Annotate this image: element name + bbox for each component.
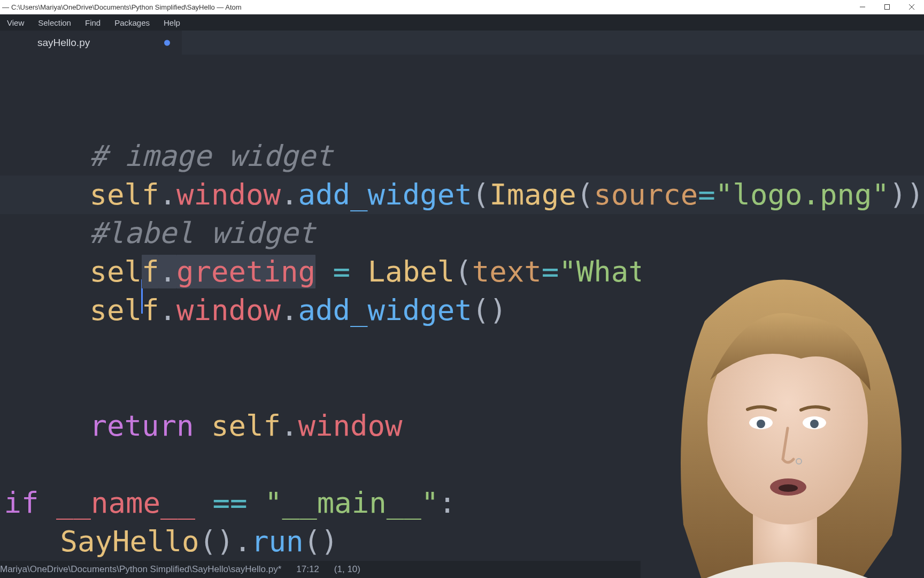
token: = — [698, 178, 715, 211]
minimize-button[interactable] — [850, 0, 875, 14]
token — [195, 486, 213, 520]
menu-selection[interactable]: Selection — [31, 14, 78, 31]
unsaved-indicator-icon — [164, 40, 170, 45]
token: SayHello — [60, 524, 199, 558]
token — [315, 255, 333, 288]
status-selection[interactable]: (1, 10) — [334, 564, 360, 575]
code-line[interactable]: self.window.add_widget(Image(source="log… — [4, 176, 924, 214]
token: if — [4, 486, 38, 520]
token: self — [89, 178, 159, 211]
token: add_widget — [298, 293, 472, 327]
token: window — [176, 293, 281, 327]
token: ( — [455, 255, 472, 288]
token: Image — [489, 178, 576, 211]
svg-point-10 — [810, 420, 819, 428]
token: . — [281, 178, 298, 211]
token: #label widget — [89, 216, 315, 250]
token: self — [211, 409, 281, 443]
token — [248, 486, 265, 520]
window-controls — [850, 0, 924, 14]
svg-point-9 — [757, 420, 765, 428]
tab-bar-empty[interactable] — [182, 31, 924, 55]
token: self — [89, 293, 159, 327]
token: () — [304, 524, 338, 558]
token: source — [594, 178, 698, 211]
token: )) — [889, 178, 924, 211]
token: ( — [472, 178, 490, 211]
token: . — [159, 178, 176, 211]
token: . — [281, 409, 298, 443]
menu-help[interactable]: Help — [157, 14, 187, 31]
token: = — [542, 255, 559, 288]
maximize-button[interactable] — [875, 0, 899, 14]
menu-find[interactable]: Find — [78, 14, 107, 31]
token: window — [298, 409, 403, 443]
token: . — [159, 293, 176, 327]
gutter — [0, 55, 4, 561]
svg-point-12 — [779, 484, 798, 492]
token: : — [438, 486, 456, 520]
window-titlebar: — C:\Users\Mariya\OneDrive\Documents\Pyt… — [0, 0, 924, 14]
token: add_widget — [298, 178, 472, 211]
token: . — [159, 255, 176, 288]
token: sel — [89, 255, 142, 288]
menu-packages[interactable]: Packages — [107, 14, 157, 31]
token: . — [281, 293, 298, 327]
token — [194, 409, 211, 443]
token: window — [176, 178, 281, 211]
token: () — [472, 293, 507, 327]
token — [350, 255, 368, 288]
token: (). — [199, 524, 252, 558]
title-prefix: — — [2, 3, 9, 11]
token: "__main__" — [265, 486, 438, 520]
token — [38, 486, 56, 520]
menu-bar: ViewSelectionFindPackagesHelp — [0, 14, 924, 31]
token: greeting — [176, 255, 315, 288]
svg-rect-1 — [885, 5, 890, 10]
presenter-webcam — [641, 257, 924, 578]
token: return — [89, 409, 194, 443]
token: text — [472, 255, 542, 288]
token: == — [213, 486, 248, 520]
tab-sayhello[interactable]: sayHello.py — [0, 31, 182, 55]
status-line-col[interactable]: 17:12 — [296, 564, 319, 575]
token: "logo.png" — [715, 178, 889, 211]
token: Label — [368, 255, 455, 288]
token: = — [333, 255, 351, 288]
menu-view[interactable]: View — [0, 14, 31, 31]
tab-title: sayHello.py — [37, 37, 172, 49]
tab-bar: sayHello.py — [0, 31, 924, 55]
close-button[interactable] — [899, 0, 924, 14]
token: # image widget — [89, 139, 333, 173]
token: f — [142, 255, 159, 288]
token: __name__ — [56, 486, 195, 520]
token: ( — [576, 178, 594, 211]
code-line[interactable]: #label widget — [4, 214, 924, 253]
code-line[interactable]: # image widget — [4, 137, 924, 176]
status-path[interactable]: Mariya\OneDrive\Documents\Python Simplif… — [0, 564, 281, 575]
window-title: C:\Users\Mariya\OneDrive\Documents\Pytho… — [11, 3, 242, 11]
token: run — [251, 524, 304, 558]
